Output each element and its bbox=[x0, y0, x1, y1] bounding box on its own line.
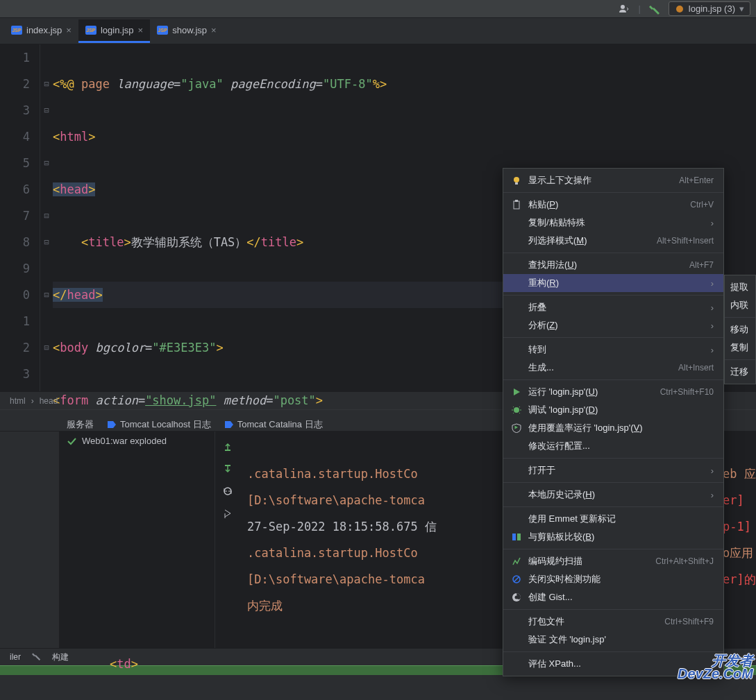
svg-rect-3 bbox=[225, 465, 230, 466]
export-up-icon[interactable] bbox=[221, 440, 235, 454]
tab-show-jsp[interactable]: JSP show.jsp × bbox=[150, 19, 223, 43]
sync-icon[interactable] bbox=[221, 484, 235, 498]
menu-label: 调试 'login.jsp'(D) bbox=[528, 404, 714, 416]
tomcat-icon bbox=[675, 4, 684, 14]
diff-icon bbox=[510, 532, 523, 542]
menu-label: 复制/粘贴特殊 bbox=[528, 216, 705, 229]
close-icon[interactable]: × bbox=[138, 25, 144, 35]
submenu-item[interactable]: 移动 bbox=[725, 321, 755, 339]
deployment-item[interactable]: Web01:war exploded bbox=[67, 436, 208, 446]
menu-label: 列选择模式(M) bbox=[528, 234, 651, 247]
menu-label: 分析(Z) bbox=[528, 319, 705, 332]
menu-shortcut: Alt+F7 bbox=[689, 260, 714, 270]
status-item[interactable]: iler bbox=[10, 652, 21, 662]
svg-point-4 bbox=[514, 177, 519, 182]
watermark: 开发者 DevZe.CoM bbox=[678, 654, 753, 681]
menu-item[interactable]: 重构(R)› bbox=[503, 274, 723, 292]
menu-item[interactable]: 查找用法(U)Alt+F7 bbox=[503, 256, 723, 274]
hammer-icon[interactable] bbox=[649, 3, 660, 15]
menu-item[interactable]: 运行 'login.jsp'(U)Ctrl+Shift+F10 bbox=[503, 383, 723, 401]
menu-shortcut: Ctrl+Shift+F10 bbox=[660, 387, 714, 397]
chevron-right-icon: › bbox=[711, 218, 714, 228]
menu-label: 本地历史记录(H) bbox=[528, 488, 705, 501]
menu-item[interactable]: 折叠› bbox=[503, 298, 723, 316]
chevron-right-icon: › bbox=[711, 278, 714, 289]
menu-separator bbox=[503, 379, 723, 380]
log-icon bbox=[106, 420, 116, 429]
menu-separator bbox=[503, 482, 723, 483]
tab-login-jsp[interactable]: JSP login.jsp × bbox=[78, 19, 150, 43]
close-icon[interactable]: × bbox=[66, 25, 72, 35]
menu-label: 创建 Gist... bbox=[528, 591, 714, 604]
svg-point-1 bbox=[676, 6, 683, 12]
bottom-sidebar bbox=[0, 432, 60, 648]
menu-shortcut: Alt+Insert bbox=[678, 363, 714, 373]
run-config-dropdown[interactable]: login.jsp (3) ▾ bbox=[669, 1, 750, 16]
menu-item[interactable]: 修改运行配置... bbox=[503, 437, 723, 455]
menu-item[interactable]: 关闭实时检测功能 bbox=[503, 570, 723, 588]
menu-label: 折叠 bbox=[528, 301, 705, 314]
jsp-file-icon: JSP bbox=[157, 26, 168, 35]
menu-item[interactable]: 与剪贴板比较(B) bbox=[503, 528, 723, 546]
menu-item[interactable]: 转到› bbox=[503, 341, 723, 359]
menu-label: 粘贴(P) bbox=[528, 198, 684, 211]
submenu-item[interactable]: 迁移 bbox=[725, 363, 755, 381]
tab-tomcat-localhost-log[interactable]: Tomcat Localhost 日志 bbox=[106, 418, 211, 431]
tab-server[interactable]: 服务器 bbox=[67, 418, 94, 431]
menu-item[interactable]: 验证 文件 'login.jsp' bbox=[503, 631, 723, 649]
svg-rect-10 bbox=[517, 533, 521, 540]
user-icon[interactable] bbox=[619, 3, 630, 15]
menu-separator bbox=[503, 458, 723, 459]
menu-separator bbox=[503, 609, 723, 610]
arrow-right-icon[interactable] bbox=[221, 506, 235, 520]
console-actions bbox=[215, 432, 240, 648]
status-item[interactable]: 构建 bbox=[52, 651, 69, 663]
breadcrumb-item[interactable]: head bbox=[37, 396, 61, 406]
export-down-icon[interactable] bbox=[221, 462, 235, 476]
toolbar-separator: | bbox=[638, 3, 640, 14]
menu-item[interactable]: 列选择模式(M)Alt+Shift+Insert bbox=[503, 232, 723, 250]
svg-point-0 bbox=[621, 5, 625, 9]
close-icon[interactable]: × bbox=[211, 25, 217, 35]
menu-shortcut: Ctrl+V bbox=[690, 200, 714, 210]
menu-item[interactable]: 复制/粘贴特殊› bbox=[503, 214, 723, 232]
tab-tomcat-catalina-log[interactable]: Tomcat Catalina 日志 bbox=[224, 418, 323, 431]
submenu-item[interactable]: 复制 bbox=[725, 339, 755, 357]
svg-point-8 bbox=[514, 407, 519, 413]
menu-shortcut: Ctrl+Shift+F9 bbox=[664, 617, 714, 626]
svg-rect-9 bbox=[512, 533, 516, 540]
menu-item[interactable]: 生成...Alt+Insert bbox=[503, 359, 723, 377]
menu-label: 验证 文件 'login.jsp' bbox=[528, 633, 714, 646]
menu-item[interactable]: 编码规约扫描Ctrl+Alt+Shift+J bbox=[503, 552, 723, 570]
menu-item[interactable]: 创建 Gist... bbox=[503, 588, 723, 606]
off-icon bbox=[510, 574, 523, 584]
menu-shortcut: Alt+Shift+Insert bbox=[657, 236, 714, 246]
menu-item[interactable]: 本地历史记录(H)› bbox=[503, 486, 723, 504]
menu-label: 查找用法(U) bbox=[528, 259, 684, 271]
tab-index-jsp[interactable]: JSP index.jsp × bbox=[4, 19, 78, 43]
chevron-right-icon: › bbox=[711, 302, 714, 313]
menu-item[interactable]: 使用 Emmet 更新标记 bbox=[503, 510, 723, 528]
menu-item[interactable]: 粘贴(P)Ctrl+V bbox=[503, 196, 723, 214]
fold-gutter[interactable]: ⊟⊟⊟⊟⊟⊟⊟ bbox=[40, 44, 53, 391]
menu-item[interactable]: 打开于› bbox=[503, 461, 723, 479]
menu-separator bbox=[725, 359, 755, 360]
submenu-item[interactable]: 内联 bbox=[725, 296, 755, 314]
menu-label: 关闭实时检测功能 bbox=[528, 573, 714, 586]
menu-item[interactable]: 分析(Z)› bbox=[503, 316, 723, 334]
menu-separator bbox=[503, 549, 723, 549]
chevron-right-icon: › bbox=[711, 345, 714, 355]
hammer-icon[interactable] bbox=[32, 651, 41, 663]
menu-item[interactable]: 显示上下文操作Alt+Enter bbox=[503, 171, 723, 189]
menu-separator bbox=[725, 317, 755, 318]
menu-label: 编码规约扫描 bbox=[528, 555, 650, 567]
menu-separator bbox=[503, 253, 723, 253]
submenu-item[interactable]: 提取 bbox=[725, 278, 755, 296]
menu-item[interactable]: 打包文件Ctrl+Shift+F9 bbox=[503, 613, 723, 631]
menu-item[interactable]: 使用覆盖率运行 'login.jsp'(V) bbox=[503, 419, 723, 437]
breadcrumb-item[interactable]: html bbox=[7, 396, 28, 406]
menu-item[interactable]: 调试 'login.jsp'(D) bbox=[503, 401, 723, 419]
context-menu: 显示上下文操作Alt+Enter粘贴(P)Ctrl+V复制/粘贴特殊›列选择模式… bbox=[503, 168, 724, 676]
menu-label: 重构(R) bbox=[528, 277, 705, 289]
debug-icon bbox=[510, 405, 523, 415]
